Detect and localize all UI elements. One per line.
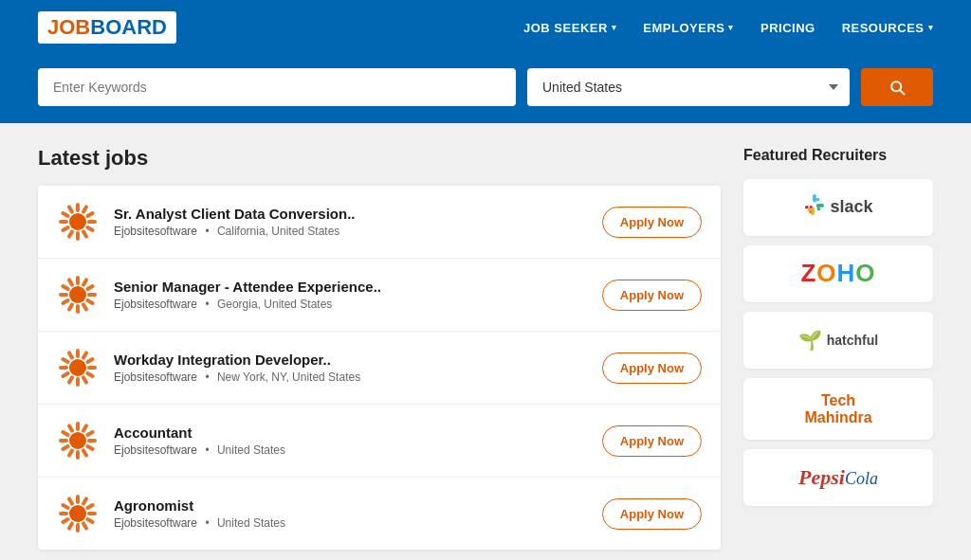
table-row: Workday Integration Developer.. Ejobsite… <box>38 332 721 405</box>
slack-icon <box>803 194 824 221</box>
main-nav: JOB SEEKER ▾ EMPLOYERS ▾ PRICING RESOURC… <box>523 21 933 35</box>
company-logo <box>57 493 99 534</box>
search-button[interactable] <box>861 68 933 106</box>
svg-rect-16 <box>61 298 71 305</box>
svg-rect-58 <box>66 497 74 507</box>
table-row: Senior Manager - Attendee Experience.. E… <box>38 259 721 332</box>
job-title: Senior Manager - Attendee Experience.. <box>114 279 587 295</box>
svg-rect-25 <box>81 302 88 313</box>
svg-rect-56 <box>59 512 68 515</box>
svg-rect-37 <box>85 370 96 378</box>
main-content: Latest jobs <box>0 123 971 560</box>
svg-rect-62 <box>87 512 97 515</box>
svg-rect-57 <box>61 502 71 510</box>
logo-job: JOB <box>47 15 90 39</box>
apply-button[interactable]: Apply Now <box>602 425 702 457</box>
apply-button[interactable]: Apply Now <box>602 352 702 384</box>
svg-point-0 <box>69 213 86 230</box>
hatchful-label: hatchful <box>827 333 878 348</box>
svg-rect-6 <box>66 205 74 215</box>
job-meta: Ejobsitesoftware • United States <box>114 443 587 457</box>
job-info: Agronomist Ejobsitesoftware • United Sta… <box>114 497 587 530</box>
job-title: Agronomist <box>114 497 587 514</box>
hatchful-logo: 🌱 hatchful <box>798 329 878 352</box>
svg-rect-17 <box>59 293 68 297</box>
svg-rect-10 <box>87 220 97 224</box>
sunburst-icon <box>59 422 97 460</box>
svg-point-13 <box>69 286 86 303</box>
svg-rect-28 <box>66 375 74 386</box>
company-name: Ejobsitesoftware <box>114 443 197 457</box>
svg-rect-11 <box>85 225 96 232</box>
recruiter-card-hatchful[interactable]: 🌱 hatchful <box>743 312 933 369</box>
svg-point-39 <box>69 432 86 449</box>
job-info: Workday Integration Developer.. Ejobsite… <box>114 352 587 384</box>
svg-rect-4 <box>59 220 68 224</box>
header: JOBBOARD JOB SEEKER ▾ EMPLOYERS ▾ PRICIN… <box>0 0 971 55</box>
svg-rect-2 <box>66 229 74 240</box>
job-location: Georgia, United States <box>217 298 332 311</box>
svg-rect-63 <box>85 516 96 524</box>
jobs-list: Sr. Analyst Client Data Conversion.. Ejo… <box>38 186 721 550</box>
svg-rect-15 <box>66 302 74 313</box>
svg-rect-23 <box>87 293 97 297</box>
chevron-down-icon: ▾ <box>612 23 617 32</box>
company-logo <box>57 347 99 388</box>
recruiter-card-zoho[interactable]: ZOHO <box>743 245 933 302</box>
svg-rect-50 <box>85 443 96 451</box>
job-meta: Ejobsitesoftware • New York, NY, United … <box>114 370 587 384</box>
svg-rect-5 <box>61 210 71 218</box>
svg-rect-3 <box>61 225 71 232</box>
job-location: United States <box>217 443 285 457</box>
jobs-panel: Latest jobs <box>38 146 721 550</box>
nav-pricing[interactable]: PRICING <box>760 21 815 35</box>
recruiter-card-techmahindra[interactable]: Tech Mahindra <box>743 378 933 440</box>
svg-rect-60 <box>81 497 88 507</box>
svg-rect-38 <box>81 375 88 386</box>
svg-rect-1 <box>76 231 80 241</box>
company-name: Ejobsitesoftware <box>114 370 197 384</box>
search-icon <box>888 78 907 97</box>
svg-rect-12 <box>81 229 88 240</box>
slack-logo: slack <box>803 194 872 221</box>
search-bar: United States California New York Georgi… <box>0 55 971 123</box>
job-title: Sr. Analyst Client Data Conversion.. <box>114 206 587 222</box>
job-location: United States <box>217 516 285 530</box>
svg-rect-7 <box>76 203 80 212</box>
techmahindra-logo: Tech Mahindra <box>804 391 871 426</box>
svg-rect-41 <box>66 448 74 459</box>
svg-rect-9 <box>85 210 96 218</box>
company-logo <box>57 420 99 461</box>
job-meta: Ejobsitesoftware • Georgia, United State… <box>114 298 587 311</box>
svg-rect-45 <box>66 424 74 434</box>
table-row: Agronomist Ejobsitesoftware • United Sta… <box>38 478 721 550</box>
logo[interactable]: JOBBOARD <box>38 11 176 44</box>
apply-button[interactable]: Apply Now <box>602 498 702 530</box>
apply-button[interactable]: Apply Now <box>602 280 702 311</box>
svg-rect-40 <box>76 450 80 460</box>
svg-rect-59 <box>76 495 80 504</box>
sunburst-icon <box>59 203 97 241</box>
svg-rect-35 <box>85 356 96 364</box>
job-location: New York, NY, United States <box>217 370 360 384</box>
nav-resources[interactable]: RESOURCES ▾ <box>842 21 933 35</box>
company-name: Ejobsitesoftware <box>114 225 197 238</box>
job-meta: Ejobsitesoftware • California, United St… <box>114 225 587 238</box>
svg-rect-34 <box>81 351 88 361</box>
sunburst-icon <box>59 495 97 533</box>
svg-rect-20 <box>76 276 80 285</box>
nav-job-seeker[interactable]: JOB SEEKER ▾ <box>523 21 616 35</box>
svg-rect-8 <box>81 205 88 215</box>
recruiter-card-slack[interactable]: slack <box>743 179 933 236</box>
job-title: Accountant <box>114 425 587 441</box>
company-logo <box>57 201 99 243</box>
recruiter-card-pepsi[interactable]: PepsiCola <box>743 449 933 506</box>
svg-rect-53 <box>76 523 80 533</box>
company-name: Ejobsitesoftware <box>114 298 197 311</box>
logo-board: BOARD <box>90 15 167 39</box>
nav-employers[interactable]: EMPLOYERS ▾ <box>643 21 734 35</box>
sunburst-icon <box>59 349 97 387</box>
apply-button[interactable]: Apply Now <box>602 207 702 238</box>
location-select[interactable]: United States California New York Georgi… <box>527 68 850 106</box>
search-input[interactable] <box>38 68 516 106</box>
